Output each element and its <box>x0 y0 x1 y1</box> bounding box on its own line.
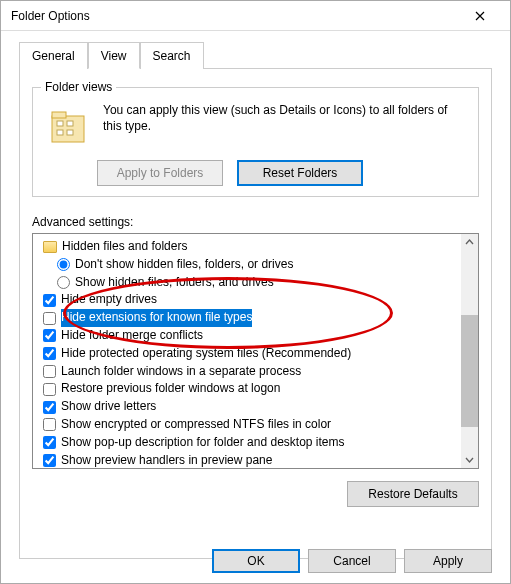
list-item-label: Show encrypted or compressed NTFS files … <box>61 416 331 434</box>
checkbox-input[interactable] <box>43 312 56 325</box>
tab-strip: General View Search <box>19 41 492 69</box>
list-item-label: Hide folder merge conflicts <box>61 327 203 345</box>
titlebar: Folder Options <box>1 1 510 31</box>
ok-button[interactable]: OK <box>212 549 300 573</box>
chevron-down-icon <box>465 455 474 464</box>
checkbox-input[interactable] <box>43 454 56 467</box>
tab-view[interactable]: View <box>88 42 140 69</box>
list-item[interactable]: Launch folder windows in a separate proc… <box>39 363 457 381</box>
tab-general[interactable]: General <box>19 42 88 69</box>
tab-search[interactable]: Search <box>140 42 204 69</box>
folder-views-icon <box>49 106 89 150</box>
scroll-down-button[interactable] <box>461 451 478 468</box>
list-item-label: Show drive letters <box>61 398 156 416</box>
dialog-body: General View Search Folder views <box>1 31 510 569</box>
restore-defaults-button[interactable]: Restore Defaults <box>347 481 479 507</box>
radio-input[interactable] <box>57 276 70 289</box>
folder-views-group: Folder views You can apply this view (su… <box>32 87 479 197</box>
checkbox-input[interactable] <box>43 436 56 449</box>
svg-rect-1 <box>52 112 66 118</box>
checkbox-input[interactable] <box>43 347 56 360</box>
list-item-label: Show preview handlers in preview pane <box>61 452 272 469</box>
list-item[interactable]: Hide extensions for known file types <box>39 309 457 327</box>
list-item[interactable]: Show hidden files, folders, and drives <box>39 274 457 292</box>
list-item-label: Hide empty drives <box>61 291 157 309</box>
svg-rect-0 <box>52 116 84 142</box>
window-title: Folder Options <box>11 9 90 23</box>
list-item[interactable]: Hidden files and folders <box>39 238 457 256</box>
close-icon <box>475 11 485 21</box>
list-item-label: Restore previous folder windows at logon <box>61 380 280 398</box>
advanced-settings-list[interactable]: Hidden files and foldersDon't show hidde… <box>32 233 479 469</box>
scroll-track[interactable] <box>461 251 478 451</box>
list-item-label: Launch folder windows in a separate proc… <box>61 363 301 381</box>
scrollbar[interactable] <box>461 234 478 468</box>
list-item[interactable]: Hide empty drives <box>39 291 457 309</box>
list-item-label: Hide extensions for known file types <box>61 309 252 327</box>
checkbox-input[interactable] <box>43 418 56 431</box>
list-item[interactable]: Show pop-up description for folder and d… <box>39 434 457 452</box>
list-item-label: Show hidden files, folders, and drives <box>75 274 274 292</box>
checkbox-input[interactable] <box>43 383 56 396</box>
svg-rect-3 <box>67 121 73 126</box>
reset-folders-button[interactable]: Reset Folders <box>237 160 363 186</box>
svg-rect-5 <box>67 130 73 135</box>
list-item[interactable]: Show encrypted or compressed NTFS files … <box>39 416 457 434</box>
folder-views-legend: Folder views <box>41 80 116 94</box>
checkbox-input[interactable] <box>43 365 56 378</box>
checkbox-input[interactable] <box>43 329 56 342</box>
scroll-thumb[interactable] <box>461 315 478 427</box>
list-item-label: Don't show hidden files, folders, or dri… <box>75 256 293 274</box>
folder-views-text: You can apply this view (such as Details… <box>103 102 468 134</box>
list-item-label: Hide protected operating system files (R… <box>61 345 351 363</box>
dialog-button-bar: OK Cancel Apply <box>212 549 492 573</box>
scroll-up-button[interactable] <box>461 234 478 251</box>
checkbox-input[interactable] <box>43 401 56 414</box>
tab-panel-view: Folder views You can apply this view (su… <box>19 69 492 559</box>
list-item[interactable]: Show preview handlers in preview pane <box>39 452 457 469</box>
chevron-up-icon <box>465 238 474 247</box>
list-item[interactable]: Hide protected operating system files (R… <box>39 345 457 363</box>
list-item-label: Show pop-up description for folder and d… <box>61 434 345 452</box>
list-item[interactable]: Don't show hidden files, folders, or dri… <box>39 256 457 274</box>
advanced-settings-label: Advanced settings: <box>32 215 479 229</box>
folder-options-dialog: Folder Options General View Search Folde… <box>0 0 511 584</box>
apply-to-folders-button[interactable]: Apply to Folders <box>97 160 223 186</box>
list-item-label: Hidden files and folders <box>62 238 187 256</box>
list-item[interactable]: Restore previous folder windows at logon <box>39 380 457 398</box>
svg-rect-2 <box>57 121 63 126</box>
list-item[interactable]: Hide folder merge conflicts <box>39 327 457 345</box>
list-item[interactable]: Show drive letters <box>39 398 457 416</box>
folder-icon <box>43 241 57 253</box>
checkbox-input[interactable] <box>43 294 56 307</box>
svg-rect-4 <box>57 130 63 135</box>
radio-input[interactable] <box>57 258 70 271</box>
cancel-button[interactable]: Cancel <box>308 549 396 573</box>
close-button[interactable] <box>460 2 500 30</box>
apply-button[interactable]: Apply <box>404 549 492 573</box>
